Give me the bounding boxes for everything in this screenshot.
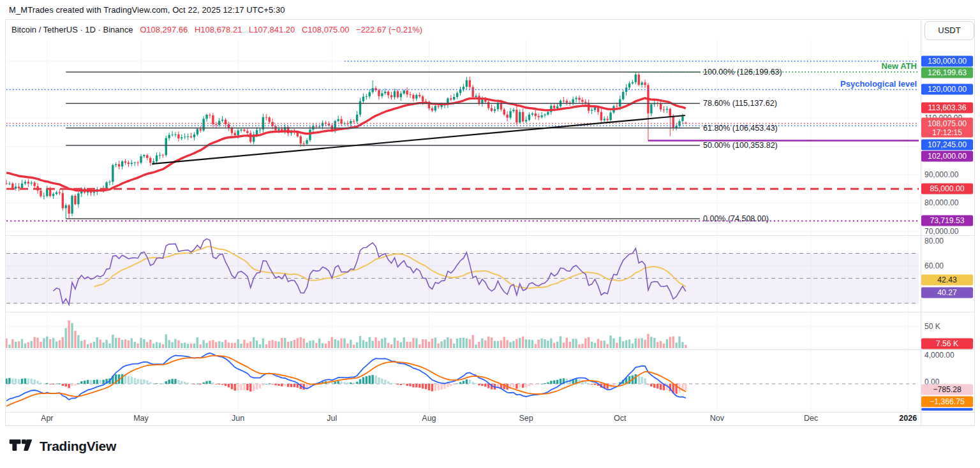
price-axis-chip: −1,366.75 [921,397,973,407]
ohlc-close: C108,075.00 [302,25,349,34]
pane-separator-macd[interactable] [5,349,975,350]
price-axis-chip: 102,000.00 [921,151,973,162]
time-axis-label[interactable]: Aug [422,414,436,423]
ohlc-low: L107,841.20 [249,25,295,34]
price-tick-label: 50 K [924,322,940,331]
price-axis-chip: 42.43 [921,275,973,286]
price-axis-chip: 126,199.63 [921,68,973,78]
currency-toggle-button[interactable]: USDT [924,21,974,40]
price-axis-chip: 40.27 [921,288,973,298]
time-axis-label[interactable]: Apr [41,414,53,423]
pane-separator-volume[interactable] [5,312,975,312]
time-axis-label[interactable]: May [133,414,149,423]
ohlc-open: O108,297.66 [140,25,188,34]
price-tick-label: 60.00 [924,261,944,270]
time-axis-label[interactable]: 2026 [899,414,917,423]
price-axis-chip: 130,000.00 [921,56,973,67]
symbol-title[interactable]: Bitcoin / TetherUS · 1D · Binance [11,25,133,34]
fib-level-label: 78.60% (115,137.62) [703,99,777,108]
tradingview-logo-icon [9,438,34,455]
annotation-psych-level: Psychological level [840,79,917,89]
price-tick-label: 70,000.00 [924,227,958,236]
price-axis-chip [921,408,973,411]
time-axis-label[interactable]: Dec [804,414,818,423]
price-axis-separator [921,19,921,426]
fib-level-label: 100.00% (126,199.63) [703,68,782,77]
price-axis-chip: 73,719.53 [921,216,973,226]
price-tick-label: 90,000.00 [924,170,958,179]
ohlc-high: H108,678.21 [195,25,242,34]
price-axis-chip: 7.56 K [921,339,973,349]
fib-level-label: 50.00% (100,353.82) [703,141,778,150]
price-axis-chip: 107,245.00 [921,140,973,150]
time-axis-label[interactable]: Sep [519,414,533,423]
chart-legend: Bitcoin / TetherUS · 1D · Binance O108,2… [11,25,427,34]
time-axis-label[interactable]: Nov [710,414,724,423]
chart-canvas[interactable] [0,0,980,426]
annotation-new-ath: New ATH [881,61,917,71]
time-axis-separator [5,412,975,413]
fib-level-label: 61.80% (106,453.43) [703,124,778,133]
price-axis-chip: 113,603.36 [921,103,973,113]
price-axis-chip: 85,000.00 [921,184,973,194]
price-tick-label: 4,000.00 [924,351,954,360]
price-axis-chip: −785.28 [921,384,973,395]
price-axis-chip: 120,000.00 [921,84,973,95]
price-tick-label: 80,000.00 [924,198,958,207]
tradingview-published-chart: { "header": {"title": "M_MTrades created… [0,0,980,468]
countdown-timer: 17:12:15 [921,128,973,137]
price-axis-chip: 108,075.0017:12:15 [921,118,973,138]
time-axis-label[interactable]: Oct [614,414,626,423]
price-tick-label: 80.00 [924,237,944,245]
fib-level-label: 0.00% (74,508.00) [703,214,769,223]
time-axis-label[interactable]: Jul [327,414,337,423]
pane-separator-rsi[interactable] [5,235,975,236]
time-axis-label[interactable]: Jun [232,414,244,423]
change-value: −222.67 (−0.21%) [356,25,422,34]
tradingview-logo-text: TradingView [40,439,116,454]
tradingview-logo[interactable]: TradingView [9,438,116,455]
